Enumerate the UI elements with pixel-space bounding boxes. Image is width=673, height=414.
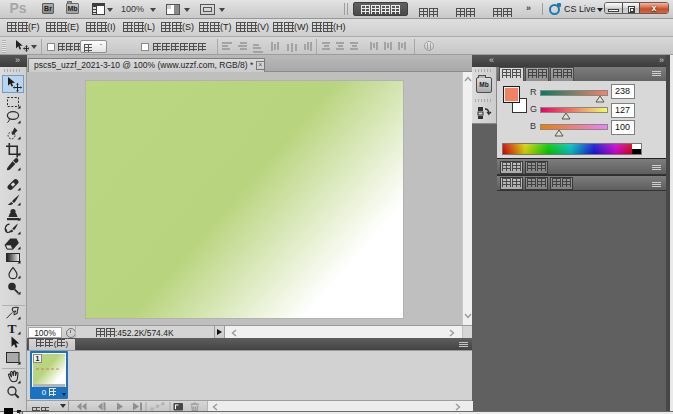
svg-text:T: T xyxy=(8,321,17,336)
